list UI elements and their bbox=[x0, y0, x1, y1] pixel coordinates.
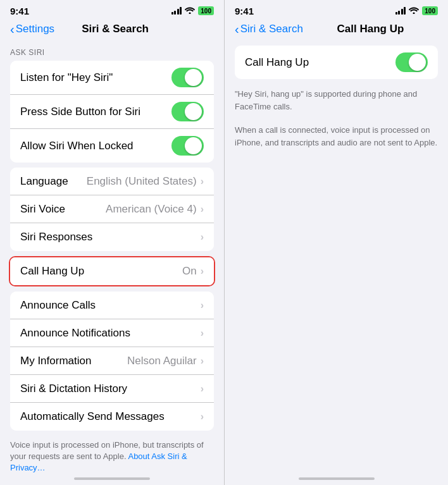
announce-calls-right: › bbox=[201, 300, 204, 311]
call-hang-up-value: On bbox=[182, 265, 197, 278]
right-back-label: Siri & Search bbox=[240, 23, 303, 35]
allow-siri-locked-toggle[interactable] bbox=[171, 136, 204, 156]
announce-notifications-label: Announce Notifications bbox=[20, 327, 130, 340]
announce-notifications-chevron: › bbox=[201, 328, 204, 339]
right-signal-icon bbox=[395, 7, 406, 15]
left-panel: 9:41 100 ‹ Settings bbox=[0, 0, 224, 485]
right-battery-icon: 100 bbox=[422, 6, 438, 15]
language-value: English (United States) bbox=[87, 175, 197, 188]
siri-voice-right: American (Voice 4) › bbox=[106, 203, 204, 216]
siri-dictation-history-label: Siri & Dictation History bbox=[20, 383, 127, 395]
auto-send-messages-chevron: › bbox=[201, 411, 204, 422]
right-panel: 9:41 100 ‹ Siri & Search bbox=[224, 0, 448, 485]
right-status-bar: 9:41 100 bbox=[225, 0, 448, 20]
left-time: 9:41 bbox=[10, 6, 29, 16]
announce-calls-label: Announce Calls bbox=[20, 299, 96, 312]
call-hang-up-chevron: › bbox=[201, 266, 204, 277]
call-hang-up-right-toggle[interactable] bbox=[395, 52, 428, 72]
signal-icon bbox=[171, 7, 182, 15]
siri-voice-row[interactable]: Siri Voice American (Voice 4) › bbox=[10, 195, 214, 223]
siri-voice-label: Siri Voice bbox=[20, 203, 65, 216]
siri-responses-row[interactable]: Siri Responses › bbox=[10, 223, 214, 251]
wifi-icon bbox=[185, 6, 195, 16]
language-right: English (United States) › bbox=[87, 175, 204, 188]
ask-siri-header: ASK SIRI bbox=[0, 40, 224, 61]
my-information-chevron: › bbox=[201, 355, 204, 367]
siri-dictation-history-row[interactable]: Siri & Dictation History › bbox=[10, 375, 214, 403]
listen-hey-siri-row[interactable]: Listen for "Hey Siri" bbox=[10, 61, 214, 95]
announce-notifications-right: › bbox=[201, 328, 204, 339]
call-hang-up-label: Call Hang Up bbox=[20, 265, 84, 278]
right-back-chevron: ‹ bbox=[235, 23, 239, 35]
right-nav-bar: ‹ Siri & Search Call Hang Up bbox=[225, 20, 448, 40]
listen-hey-siri-toggle[interactable] bbox=[171, 68, 204, 87]
allow-siri-locked-row[interactable]: Allow Siri When Locked bbox=[10, 129, 214, 163]
my-information-label: My Information bbox=[20, 355, 91, 367]
listen-hey-siri-label: Listen for "Hey Siri" bbox=[20, 71, 113, 84]
announce-notifications-row[interactable]: Announce Notifications › bbox=[10, 319, 214, 347]
right-back-button[interactable]: ‹ Siri & Search bbox=[235, 23, 303, 35]
auto-send-messages-row[interactable]: Automatically Send Messages › bbox=[10, 403, 214, 431]
allow-siri-locked-label: Allow Siri When Locked bbox=[20, 140, 134, 152]
left-home-indicator bbox=[0, 472, 224, 485]
siri-voice-value: American (Voice 4) bbox=[106, 203, 197, 216]
call-hang-up-right: On › bbox=[182, 265, 204, 278]
announce-calls-chevron: › bbox=[201, 300, 204, 311]
ask-siri-group: Listen for "Hey Siri" Press Side Button … bbox=[10, 61, 214, 163]
siri-dictation-history-chevron: › bbox=[201, 383, 204, 395]
announce-calls-row[interactable]: Announce Calls › bbox=[10, 292, 214, 319]
left-back-chevron: ‹ bbox=[10, 23, 15, 35]
call-hang-up-right-row[interactable]: Call Hang Up bbox=[235, 46, 438, 79]
left-nav-bar: ‹ Settings Siri & Search bbox=[0, 20, 224, 40]
right-description1: "Hey Siri, hang up" is supported during … bbox=[225, 84, 448, 120]
right-home-indicator bbox=[225, 472, 448, 485]
language-chevron: › bbox=[201, 176, 204, 187]
call-hang-up-row[interactable]: Call Hang Up On › bbox=[10, 257, 214, 285]
my-information-value: Nelson Aguilar bbox=[127, 355, 197, 367]
right-time: 9:41 bbox=[235, 6, 254, 16]
siri-responses-label: Siri Responses bbox=[20, 231, 92, 243]
battery-icon: 100 bbox=[198, 6, 214, 15]
call-hang-up-right-group: Call Hang Up bbox=[235, 46, 438, 79]
siri-options-group: Language English (United States) › Siri … bbox=[10, 168, 214, 251]
auto-send-messages-label: Automatically Send Messages bbox=[20, 410, 165, 423]
language-label: Language bbox=[20, 175, 68, 188]
siri-dictation-history-right: › bbox=[201, 383, 204, 395]
right-description2: When a call is connected, voice input is… bbox=[225, 120, 448, 156]
left-nav-title: Siri & Search bbox=[16, 23, 214, 35]
siri-responses-chevron: › bbox=[201, 231, 204, 243]
right-status-icons: 100 bbox=[395, 6, 438, 16]
press-side-button-row[interactable]: Press Side Button for Siri bbox=[10, 95, 214, 129]
more-settings-group: Announce Calls › Announce Notifications … bbox=[10, 292, 214, 431]
siri-voice-chevron: › bbox=[201, 204, 204, 215]
press-side-button-toggle[interactable] bbox=[171, 102, 204, 121]
right-nav-title: Call Hang Up bbox=[303, 23, 438, 35]
footer-ask-siri: Voice input is processed on iPhone, but … bbox=[0, 436, 224, 472]
call-hang-up-right-label: Call Hang Up bbox=[245, 56, 309, 69]
language-row[interactable]: Language English (United States) › bbox=[10, 168, 214, 195]
left-status-bar: 9:41 100 bbox=[0, 0, 224, 20]
call-hang-up-group: Call Hang Up On › bbox=[9, 256, 215, 286]
siri-responses-right: › bbox=[201, 231, 204, 243]
left-status-icons: 100 bbox=[171, 6, 214, 16]
my-information-right: Nelson Aguilar › bbox=[127, 355, 204, 367]
press-side-button-label: Press Side Button for Siri bbox=[20, 106, 140, 118]
auto-send-messages-right: › bbox=[201, 411, 204, 422]
right-content[interactable]: Call Hang Up "Hey Siri, hang up" is supp… bbox=[225, 40, 448, 472]
right-wifi-icon bbox=[409, 6, 419, 16]
left-settings-scroll[interactable]: ASK SIRI Listen for "Hey Siri" Press Sid… bbox=[0, 40, 224, 472]
my-information-row[interactable]: My Information Nelson Aguilar › bbox=[10, 347, 214, 375]
